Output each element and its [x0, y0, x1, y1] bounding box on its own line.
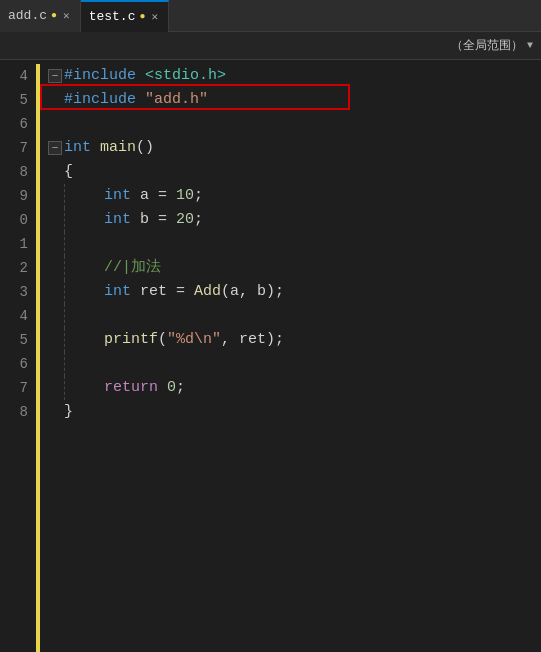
- code-token: #include: [64, 64, 145, 88]
- code-token: ret =: [140, 280, 194, 304]
- code-token: ;: [176, 376, 185, 400]
- indent-guide: [64, 376, 84, 400]
- line-number: 8: [0, 400, 28, 424]
- indent-guide: [64, 232, 84, 256]
- line-number: 5: [0, 328, 28, 352]
- tab-add-c[interactable]: add.c ● ✕: [0, 0, 81, 32]
- code-line-8: {: [48, 160, 541, 184]
- indent-guide: [64, 304, 84, 328]
- code-token: 10: [176, 184, 194, 208]
- code-line-1: [48, 232, 541, 256]
- tab-bar: add.c ● ✕ test.c ● ✕: [0, 0, 541, 32]
- line-number: 2: [0, 256, 28, 280]
- indent-guide: [64, 352, 84, 376]
- line-number: 6: [0, 112, 28, 136]
- code-token: int: [104, 280, 140, 304]
- code-line-5b: printf("%d\n", ret);: [48, 328, 541, 352]
- scope-dropdown[interactable]: （全局范围） ▼: [451, 37, 533, 54]
- line-number: 7: [0, 136, 28, 160]
- line-number: 4: [0, 304, 28, 328]
- tab-test-c-label: test.c: [89, 9, 136, 24]
- code-line-4: − #include <stdio.h>: [48, 64, 541, 88]
- code-token: "%d\n": [167, 328, 221, 352]
- code-token: ;: [194, 184, 203, 208]
- line-number: 7: [0, 376, 28, 400]
- code-token: printf: [104, 328, 158, 352]
- editor: 4 5 6 7 8 9 0 1 2 3 4 5 6 7 8 − #include…: [0, 60, 541, 652]
- code-line-6: [48, 112, 541, 136]
- tab-add-c-close[interactable]: ✕: [61, 8, 72, 23]
- code-line-8b: }: [48, 400, 541, 424]
- code-line-7b: return 0;: [48, 376, 541, 400]
- code-token: b =: [140, 208, 176, 232]
- code-line-0: int b = 20;: [48, 208, 541, 232]
- code-line-5: #include "add.h": [48, 88, 541, 112]
- code-token: a =: [140, 184, 176, 208]
- code-token: 0: [167, 376, 176, 400]
- indent-guide: [64, 184, 84, 208]
- line-number: 3: [0, 280, 28, 304]
- code-token: Add: [194, 280, 221, 304]
- line-number: 9: [0, 184, 28, 208]
- indent-guide: [64, 328, 84, 352]
- code-token: , ret);: [221, 328, 284, 352]
- line-number: 4: [0, 64, 28, 88]
- code-line-2: //|加法: [48, 256, 541, 280]
- code-line-3: int ret = Add(a, b);: [48, 280, 541, 304]
- scope-arrow-icon: ▼: [527, 40, 533, 51]
- code-line-6b: [48, 352, 541, 376]
- code-token: {: [64, 160, 73, 184]
- code-token: int: [104, 184, 140, 208]
- code-token: (): [136, 136, 154, 160]
- code-token: (: [158, 328, 167, 352]
- collapse-icon[interactable]: −: [48, 141, 62, 155]
- line-number: 0: [0, 208, 28, 232]
- line-number: 1: [0, 232, 28, 256]
- code-line-4b: [48, 304, 541, 328]
- code-area[interactable]: − #include <stdio.h> #include "add.h" − …: [40, 60, 541, 652]
- tab-add-c-label: add.c: [8, 8, 47, 23]
- code-token: 20: [176, 208, 194, 232]
- toolbar: （全局范围） ▼: [0, 32, 541, 60]
- code-token: //|加法: [104, 256, 161, 280]
- collapse-icon[interactable]: −: [48, 69, 62, 83]
- line-number: 5: [0, 88, 28, 112]
- tab-add-c-modified: ●: [51, 10, 57, 21]
- code-token: "add.h": [145, 88, 208, 112]
- code-token: }: [64, 400, 73, 424]
- indent-guide: [64, 256, 84, 280]
- tab-test-c-modified: ●: [139, 11, 145, 22]
- code-token: int: [64, 136, 100, 160]
- line-number: 8: [0, 160, 28, 184]
- code-token: <stdio.h>: [145, 64, 226, 88]
- code-line-7: − int main(): [48, 136, 541, 160]
- code-token: int: [104, 208, 140, 232]
- code-token: #include: [64, 88, 145, 112]
- scope-label: （全局范围）: [451, 37, 523, 54]
- code-line-9: int a = 10;: [48, 184, 541, 208]
- code-token: ;: [194, 208, 203, 232]
- code-token: (a, b);: [221, 280, 284, 304]
- indent-guide: [64, 208, 84, 232]
- indent-guide: [64, 280, 84, 304]
- tab-test-c[interactable]: test.c ● ✕: [81, 0, 169, 32]
- tab-test-c-close[interactable]: ✕: [149, 9, 160, 24]
- line-numbers: 4 5 6 7 8 9 0 1 2 3 4 5 6 7 8: [0, 60, 36, 652]
- code-token: return: [104, 376, 167, 400]
- code-token: main: [100, 136, 136, 160]
- line-number: 6: [0, 352, 28, 376]
